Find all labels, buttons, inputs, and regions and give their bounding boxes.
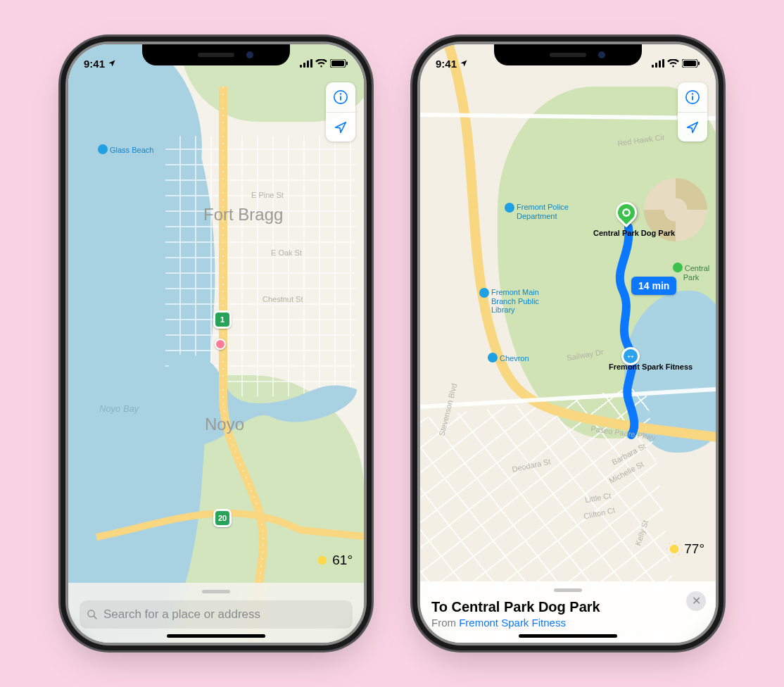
status-time: 9:41 bbox=[436, 58, 457, 70]
svg-rect-13 bbox=[655, 63, 657, 68]
directions-card[interactable]: ✕ To Central Park Dog Park From Fremont … bbox=[420, 581, 716, 643]
battery-icon bbox=[682, 59, 700, 68]
poi-library[interactable]: Fremont Main Branch Public Library bbox=[479, 288, 539, 315]
street-oak: E Oak St bbox=[271, 248, 302, 257]
device-notch bbox=[142, 44, 290, 65]
temperature: 61° bbox=[332, 553, 353, 568]
poi-chevron[interactable]: Chevron bbox=[488, 353, 529, 363]
locate-button[interactable] bbox=[326, 112, 355, 141]
location-services-icon bbox=[108, 59, 116, 68]
svg-rect-20 bbox=[692, 96, 693, 100]
poi-dog-park[interactable]: Central Park Dog Park bbox=[593, 229, 675, 238]
directions-title: To Central Park Dog Park bbox=[431, 599, 704, 615]
highway-shield-20: 20 bbox=[213, 509, 232, 527]
svg-line-11 bbox=[94, 616, 96, 619]
cellular-icon bbox=[300, 59, 312, 68]
search-input[interactable]: Search for a place or address bbox=[80, 600, 353, 629]
status-time: 9:41 bbox=[84, 58, 105, 70]
svg-rect-12 bbox=[652, 65, 654, 68]
location-services-icon bbox=[460, 59, 468, 68]
poi-fitness[interactable]: Fremont Spark Fitness bbox=[609, 363, 693, 372]
sun-icon bbox=[317, 555, 328, 566]
close-button[interactable]: ✕ bbox=[686, 591, 706, 611]
search-icon bbox=[87, 609, 98, 620]
poi-police[interactable]: Fremont Police Department bbox=[505, 203, 569, 220]
info-icon bbox=[333, 89, 348, 105]
wifi-icon bbox=[315, 59, 327, 68]
svg-rect-3 bbox=[310, 59, 312, 68]
device-notch bbox=[494, 44, 642, 65]
card-grabber[interactable] bbox=[554, 588, 582, 592]
weather-badge[interactable]: 61° bbox=[317, 553, 353, 568]
battery-icon bbox=[330, 59, 348, 68]
info-icon bbox=[685, 89, 700, 105]
card-grabber[interactable] bbox=[202, 590, 230, 593]
home-indicator[interactable] bbox=[167, 634, 265, 638]
svg-rect-14 bbox=[659, 61, 661, 68]
locate-button[interactable] bbox=[678, 112, 707, 141]
map-pin-hospital[interactable] bbox=[215, 339, 226, 350]
street-pine: E Pine St bbox=[251, 191, 284, 199]
map-controls bbox=[678, 82, 707, 141]
phone-left: 9:41 bbox=[68, 44, 364, 643]
sun-icon bbox=[669, 543, 680, 555]
wifi-icon bbox=[667, 59, 679, 68]
svg-rect-5 bbox=[331, 61, 344, 66]
beach-icon bbox=[98, 144, 108, 154]
weather-badge[interactable]: 77° bbox=[669, 541, 704, 557]
svg-point-21 bbox=[692, 93, 693, 94]
poi-glass-beach[interactable]: Glass Beach bbox=[98, 144, 153, 155]
svg-rect-18 bbox=[698, 62, 700, 65]
svg-rect-2 bbox=[307, 61, 309, 68]
street-chestnut: Chestnut St bbox=[263, 295, 303, 303]
svg-rect-6 bbox=[346, 62, 348, 65]
home-indicator[interactable] bbox=[519, 634, 617, 638]
svg-rect-1 bbox=[303, 63, 305, 68]
location-arrow-icon bbox=[333, 120, 348, 135]
svg-rect-15 bbox=[662, 59, 664, 68]
temperature: 77° bbox=[684, 541, 704, 557]
svg-rect-17 bbox=[683, 61, 696, 66]
info-button[interactable] bbox=[326, 82, 355, 112]
svg-rect-0 bbox=[300, 65, 302, 68]
highway-shield-1: 1 bbox=[213, 310, 232, 329]
city-label-noyo: Noyo bbox=[205, 415, 244, 434]
directions-subtitle: From Fremont Spark Fitness bbox=[431, 617, 704, 629]
poi-central-park[interactable]: Central Park bbox=[666, 263, 716, 282]
city-label-fort-bragg: Fort Bragg bbox=[203, 205, 283, 225]
svg-point-9 bbox=[340, 93, 341, 94]
location-arrow-icon bbox=[685, 120, 700, 135]
cellular-icon bbox=[652, 59, 664, 68]
map-controls bbox=[326, 82, 355, 141]
origin-link[interactable]: Fremont Spark Fitness bbox=[459, 617, 566, 629]
police-icon bbox=[505, 203, 514, 213]
water-noyo-bay: Noyo Bay bbox=[99, 403, 139, 414]
park-icon bbox=[673, 263, 683, 272]
svg-rect-8 bbox=[340, 96, 341, 100]
info-button[interactable] bbox=[678, 82, 707, 112]
search-placeholder: Search for a place or address bbox=[103, 607, 260, 622]
library-icon bbox=[479, 288, 489, 298]
close-icon: ✕ bbox=[692, 595, 701, 607]
phone-right: 9:41 bbox=[420, 44, 716, 643]
gas-icon bbox=[488, 353, 498, 363]
